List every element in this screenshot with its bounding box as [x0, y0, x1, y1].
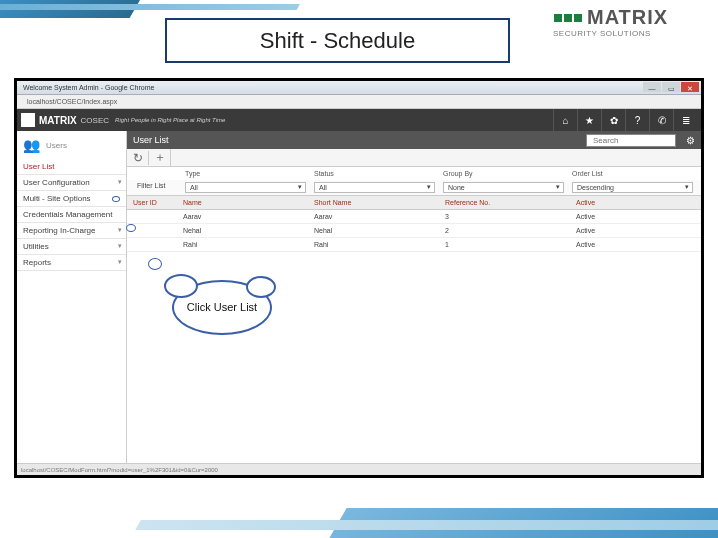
chrome-title-text: Welcome System Admin - Google Chrome [23, 84, 154, 91]
col-ref[interactable]: Reference No. [439, 196, 570, 209]
chevron-down-icon: ▾ [118, 178, 122, 186]
sidebar-item-reporting[interactable]: Reporting In-Charge▾ [17, 223, 126, 239]
app-tagline: Right People in Right Place at Right Tim… [115, 117, 225, 123]
settings-icon[interactable]: ⚙ [686, 135, 695, 146]
reload-button[interactable]: ↻ [127, 151, 149, 165]
toolbar: ↻ ＋ [127, 149, 701, 167]
logo-sub-text: SECURITY SOLUTIONS [553, 29, 698, 38]
sidebar: 👥 Users User List User Configuration▾ Mu… [17, 131, 127, 463]
search-input[interactable] [586, 134, 676, 147]
col-name[interactable]: Name [177, 196, 308, 209]
phone-icon[interactable]: ✆ [649, 109, 673, 131]
table-row[interactable]: Aarav Aarav 3 Active [127, 210, 701, 224]
users-icon: 👥 [23, 137, 40, 153]
chevron-down-icon: ▾ [118, 258, 122, 266]
add-button[interactable]: ＋ [149, 149, 171, 166]
address-bar[interactable]: localhost/COSEC/Index.aspx [17, 95, 701, 109]
help-icon[interactable]: ? [625, 109, 649, 131]
menu-icon[interactable]: ≣ [673, 109, 697, 131]
table-row[interactable]: Rahi Rahi 1 Active [127, 238, 701, 252]
sidebar-item-utilities[interactable]: Utilities▾ [17, 239, 126, 255]
chevron-down-icon: ▾ [118, 242, 122, 250]
filter-order-select[interactable]: Descending [572, 182, 693, 193]
filter-header-row: Type Status Group By Order List [127, 167, 701, 180]
main-titlebar: User List ⚙ [127, 131, 701, 149]
filter-controls-row: Filter List All All None Descending [127, 180, 701, 195]
sidebar-item-credentials[interactable]: Credentials Management [17, 207, 126, 223]
callout: Click User List [172, 280, 282, 345]
status-bar: localhost/COSEC/ModForm.html?modid=user_… [17, 463, 701, 475]
sidebar-item-user-config[interactable]: User Configuration▾ [17, 175, 126, 191]
callout-trail-dot [148, 258, 162, 270]
col-short[interactable]: Short Name [308, 196, 439, 209]
main-title: User List [133, 135, 169, 145]
app-logo-icon [21, 113, 35, 127]
url-text: localhost/COSEC/Index.aspx [27, 98, 117, 105]
callout-trail-dot [126, 224, 136, 232]
filter-h-group: Group By [439, 169, 568, 178]
callout-cloud: Click User List [172, 280, 272, 335]
app-header: MATRIX COSEC Right People in Right Place… [17, 109, 701, 131]
slide-logo: MATRIX SECURITY SOLUTIONS [553, 6, 698, 51]
table-header: User ID Name Short Name Reference No. Ac… [127, 195, 701, 210]
chrome-titlebar: Welcome System Admin - Google Chrome — ▭… [17, 81, 701, 95]
close-button[interactable]: ✕ [681, 82, 699, 92]
user-table: User ID Name Short Name Reference No. Ac… [127, 195, 701, 252]
app-logo: MATRIX COSEC Right People in Right Place… [21, 113, 225, 127]
col-active[interactable]: Active [570, 196, 701, 209]
filter-group-select[interactable]: None [443, 182, 564, 193]
gear-icon[interactable]: ✿ [601, 109, 625, 131]
table-row[interactable]: Nehal Nehal 2 Active [127, 224, 701, 238]
filter-h-order: Order List [568, 169, 697, 178]
browser-frame: Welcome System Admin - Google Chrome — ▭… [14, 78, 704, 478]
col-userid[interactable]: User ID [127, 196, 177, 209]
status-text: localhost/COSEC/ModForm.html?modid=user_… [21, 467, 218, 473]
sidebar-item-reports[interactable]: Reports▾ [17, 255, 126, 271]
home-icon[interactable]: ⌂ [553, 109, 577, 131]
filter-type-select[interactable]: All [185, 182, 306, 193]
bottom-accent-decor [0, 493, 718, 538]
sidebar-item-user-list[interactable]: User List [17, 159, 126, 175]
filter-h-type: Type [181, 169, 310, 178]
slide-title: Shift - Schedule [260, 28, 415, 54]
app-product: COSEC [81, 116, 109, 125]
logo-brand-text: MATRIX [587, 6, 668, 29]
maximize-button[interactable]: ▭ [662, 82, 680, 92]
star-icon[interactable]: ★ [577, 109, 601, 131]
chevron-down-icon: ▾ [118, 226, 122, 234]
filter-h-status: Status [310, 169, 439, 178]
minimize-button[interactable]: — [643, 82, 661, 92]
callout-trail-dot [112, 196, 120, 202]
sidebar-header: 👥 Users [17, 131, 126, 159]
callout-text: Click User List [187, 301, 257, 314]
filter-status-select[interactable]: All [314, 182, 435, 193]
sidebar-head-label: Users [46, 141, 67, 150]
slide-title-box: Shift - Schedule [165, 18, 510, 63]
filter-list-label: Filter List [131, 182, 181, 193]
app-brand: MATRIX [39, 115, 77, 126]
sidebar-item-multi-site[interactable]: Multi - Site Options [17, 191, 126, 207]
